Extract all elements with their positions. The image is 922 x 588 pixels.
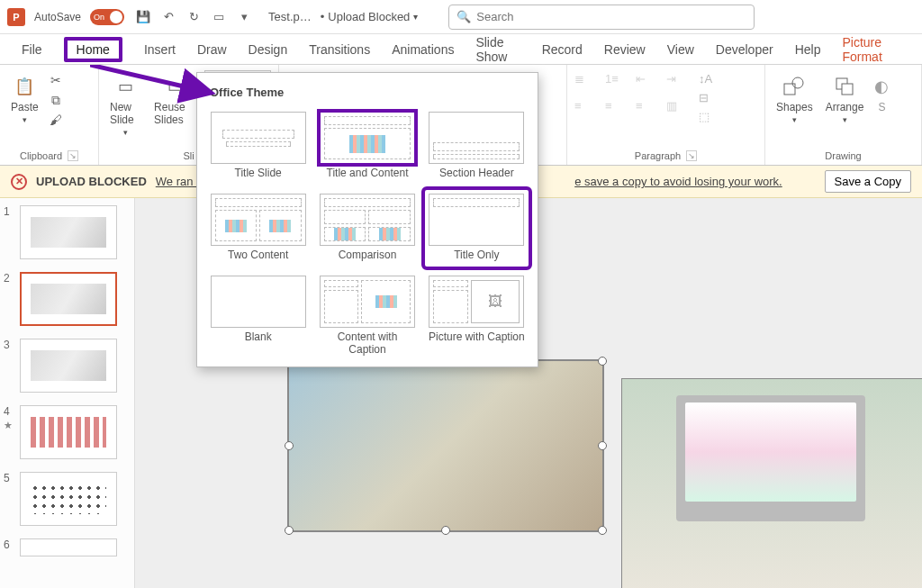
format-painter-icon[interactable]: 🖌 xyxy=(48,112,64,128)
thumbnail-pane[interactable]: 1 2 3 4★ 5 6 xyxy=(0,198,135,588)
layout-content-with-caption[interactable]: Content with Caption xyxy=(315,272,419,360)
columns-icon[interactable]: ▥ xyxy=(666,99,688,121)
clipboard-dialog-launcher[interactable]: ↘ xyxy=(68,150,78,161)
align-right-icon[interactable]: ≡ xyxy=(636,99,657,121)
shapes-button[interactable]: Shapes▾ xyxy=(773,72,817,126)
new-slide-icon: ▭ xyxy=(113,74,139,99)
animation-star-icon: ★ xyxy=(4,420,16,431)
svg-point-1 xyxy=(792,77,803,88)
tab-help[interactable]: Help xyxy=(784,37,832,62)
layout-blank[interactable]: Blank xyxy=(206,272,310,360)
title-bar: P AutoSave On 💾 ↶ ↻ ▭ ▾ Test.p… • Upload… xyxy=(0,0,922,34)
tab-picture-format[interactable]: Picture Format xyxy=(831,30,911,69)
sel-handle-br[interactable] xyxy=(598,526,607,535)
thumbnail-5[interactable]: 5 xyxy=(4,472,131,526)
tab-developer[interactable]: Developer xyxy=(705,37,784,62)
clipboard-group-label: Clipboard xyxy=(20,150,62,161)
qat-more-icon[interactable]: ▾ xyxy=(234,7,254,27)
thumbnail-1[interactable]: 1 xyxy=(4,205,131,259)
thumbnail-4[interactable]: 4★ xyxy=(4,405,131,459)
thumbnail-3[interactable]: 3 xyxy=(4,339,131,393)
layout-title-and-content[interactable]: Title and Content xyxy=(315,108,419,185)
ribbon-tabs: File Home Insert Draw Design Transitions… xyxy=(0,34,922,65)
filename[interactable]: Test.p… xyxy=(268,10,312,23)
layout-panel-title: Office Theme xyxy=(197,80,538,108)
tab-review[interactable]: Review xyxy=(593,37,656,62)
drawing-group-label: Drawing xyxy=(825,150,861,161)
paste-icon: 📋 xyxy=(12,74,37,99)
increase-indent-icon[interactable]: ⇥ xyxy=(666,72,688,94)
error-icon: ✕ xyxy=(11,174,27,190)
tab-design[interactable]: Design xyxy=(238,37,299,62)
quick-styles-button[interactable]: ◐ S xyxy=(872,72,890,115)
paste-button[interactable]: 📋 Paste ▾ xyxy=(7,72,42,126)
sel-handle-tr[interactable] xyxy=(598,357,607,366)
app-icon: P xyxy=(7,8,25,26)
title-upload-status[interactable]: • Upload Blocked ▾ xyxy=(321,10,419,23)
upload-blocked-text-right[interactable]: e save a copy to avoid losing your work. xyxy=(574,175,782,188)
layout-comparison[interactable]: Comparison xyxy=(315,190,419,267)
reuse-slides-button[interactable]: ▭ Reuse Slides xyxy=(150,72,199,128)
autosave-label: AutoSave xyxy=(34,11,81,23)
paragraph-group-label: Paragraph xyxy=(635,150,681,161)
group-paragraph: ≣ 1≡ ⇤ ⇥ ≡ ≡ ≡ ▥ ↕A ⊟ ⬚ Paragraph↘ xyxy=(567,65,765,165)
group-clipboard: 📋 Paste ▾ ✂ ⧉ 🖌 Clipboard↘ xyxy=(0,65,99,165)
picture-right[interactable] xyxy=(621,378,922,588)
shapes-icon xyxy=(782,74,807,99)
thumbnail-2[interactable]: 2 xyxy=(4,272,131,326)
layout-section-header[interactable]: Section Header xyxy=(425,108,529,185)
numbering-icon[interactable]: 1≡ xyxy=(605,72,627,94)
picture-left[interactable] xyxy=(288,360,603,531)
undo-icon[interactable]: ↶ xyxy=(158,7,178,27)
styles-icon: ◐ xyxy=(872,74,890,99)
save-icon[interactable]: 💾 xyxy=(133,7,153,27)
layout-title-slide[interactable]: Title Slide xyxy=(206,108,310,185)
align-text-icon[interactable]: ⊟ xyxy=(699,91,712,104)
upload-blocked-title: UPLOAD BLOCKED xyxy=(36,175,147,188)
tab-insert[interactable]: Insert xyxy=(133,37,186,62)
tab-slide-show[interactable]: Slide Show xyxy=(465,30,530,69)
slides-group-label: Sli xyxy=(183,150,194,161)
save-a-copy-button[interactable]: Save a Copy xyxy=(825,170,911,193)
tab-animations[interactable]: Animations xyxy=(381,37,465,62)
search-box[interactable]: 🔍 xyxy=(448,5,755,30)
align-center-icon[interactable]: ≡ xyxy=(605,99,627,121)
reuse-slides-icon: ▭ xyxy=(162,74,187,99)
paragraph-dialog-launcher[interactable]: ↘ xyxy=(686,150,697,161)
smartart-icon[interactable]: ⬚ xyxy=(699,110,712,123)
tab-draw[interactable]: Draw xyxy=(186,37,238,62)
sel-handle-r[interactable] xyxy=(598,441,607,450)
autosave-toggle[interactable]: On xyxy=(90,9,124,25)
layout-dropdown-panel: Office Theme Title Slide Title and Conte… xyxy=(196,72,538,367)
search-icon: 🔍 xyxy=(456,10,471,23)
cut-icon[interactable]: ✂ xyxy=(48,72,64,88)
new-slide-button[interactable]: ▭ New Slide ▾ xyxy=(106,72,145,139)
tab-record[interactable]: Record xyxy=(531,37,593,62)
tab-home[interactable]: Home xyxy=(53,37,133,62)
tab-transitions[interactable]: Transitions xyxy=(298,37,381,62)
decrease-indent-icon[interactable]: ⇤ xyxy=(636,72,657,94)
group-drawing: Shapes▾ Arrange▾ ◐ S Drawing xyxy=(765,65,922,165)
text-direction-icon[interactable]: ↕A xyxy=(699,72,712,86)
redo-icon[interactable]: ↻ xyxy=(184,7,203,27)
search-input[interactable] xyxy=(476,10,746,23)
sel-handle-b[interactable] xyxy=(441,526,450,535)
align-left-icon[interactable]: ≡ xyxy=(574,99,596,121)
tab-file[interactable]: File xyxy=(11,37,53,62)
tab-view[interactable]: View xyxy=(656,37,705,62)
layout-two-content[interactable]: Two Content xyxy=(206,190,310,267)
layout-title-only[interactable]: Title Only xyxy=(425,190,529,267)
bullets-icon[interactable]: ≣ xyxy=(574,72,596,94)
arrange-button[interactable]: Arrange▾ xyxy=(822,72,868,126)
sel-handle-bl[interactable] xyxy=(285,526,294,535)
svg-rect-3 xyxy=(842,84,853,95)
arrange-icon xyxy=(832,74,857,99)
from-beginning-icon[interactable]: ▭ xyxy=(209,7,229,27)
thumbnail-6[interactable]: 6 xyxy=(4,538,131,556)
layout-picture-with-caption[interactable]: 🖼 Picture with Caption xyxy=(425,272,529,360)
sel-handle-l[interactable] xyxy=(285,441,294,450)
copy-icon[interactable]: ⧉ xyxy=(48,92,64,108)
quick-access-toolbar: 💾 ↶ ↻ ▭ ▾ xyxy=(133,7,254,27)
